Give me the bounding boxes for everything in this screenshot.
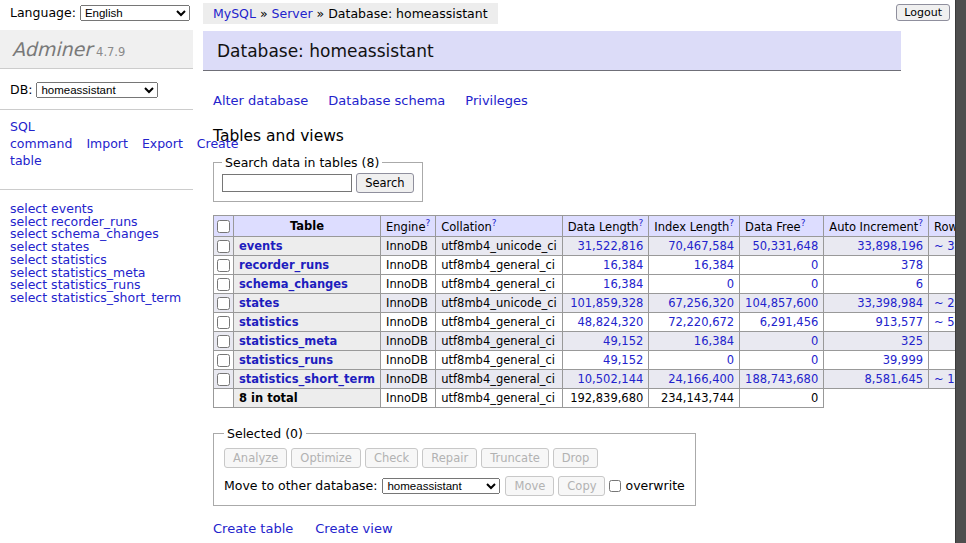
index-length-cell-link[interactable]: 72,220,672 <box>654 315 734 329</box>
auto-increment-cell-link[interactable]: 33,398,984 <box>829 296 923 310</box>
index-length-cell-link[interactable]: 0 <box>654 353 734 367</box>
language-select[interactable]: English <box>80 5 190 21</box>
data-length-cell: 101,859,328 <box>562 293 649 312</box>
breadcrumb-mysql-link[interactable]: MySQL <box>213 6 256 21</box>
table-name-link[interactable]: statistics_meta <box>239 334 337 348</box>
column-help-link[interactable]: ? <box>639 218 644 228</box>
auto-increment-cell-link[interactable]: 6 <box>829 277 923 291</box>
table-row: schema_changesInnoDButf8mb4_general_ci16… <box>214 274 966 293</box>
column-header-index-length: Index Length? <box>649 216 740 237</box>
index-length-cell: 0 <box>649 350 740 369</box>
data-free-cell-link[interactable]: 0 <box>745 334 818 348</box>
table-name-link[interactable]: recorder_runs <box>239 258 329 272</box>
data-free-cell-link[interactable]: 6,291,456 <box>745 315 818 329</box>
table-name-link[interactable]: statistics <box>239 315 299 329</box>
sidebar-table-link[interactable]: select statistics_short_term <box>10 291 193 304</box>
auto-increment-cell: 325 <box>824 331 929 350</box>
column-help-link[interactable]: ? <box>492 218 497 228</box>
tables-list: TableEngine?Collation?Data Length?Index … <box>213 215 966 408</box>
database-action-link[interactable]: Database schema <box>328 93 445 108</box>
tables-and-views-heading: Tables and views <box>213 127 966 145</box>
selected-action-button[interactable]: Analyze <box>224 448 287 468</box>
copy-button[interactable]: Copy <box>558 476 605 496</box>
row-checkbox[interactable] <box>217 240 230 253</box>
table-name-link[interactable]: events <box>239 239 283 253</box>
auto-increment-cell-link[interactable]: 913,577 <box>829 315 923 329</box>
selected-action-button[interactable]: Repair <box>422 448 477 468</box>
data-length-cell-link[interactable]: 49,152 <box>568 334 644 348</box>
auto-increment-cell-link[interactable]: 33,898,196 <box>829 239 923 253</box>
search-button[interactable]: Search <box>356 173 414 193</box>
data-free-cell: 0 <box>740 255 824 274</box>
row-checkbox[interactable] <box>217 278 230 291</box>
row-checkbox[interactable] <box>217 373 230 386</box>
index-length-cell-link[interactable]: 0 <box>654 277 734 291</box>
data-length-cell-link[interactable]: 16,384 <box>568 277 644 291</box>
data-free-cell-link[interactable]: 0 <box>745 258 818 272</box>
data-free-cell-link[interactable]: 50,331,648 <box>745 239 818 253</box>
create-link[interactable]: Create view <box>315 521 392 536</box>
index-length-cell-link[interactable]: 16,384 <box>654 258 734 272</box>
index-length-cell-link[interactable]: 16,384 <box>654 334 734 348</box>
index-length-cell-link[interactable]: 67,256,320 <box>654 296 734 310</box>
create-link[interactable]: Create table <box>213 521 293 536</box>
vertical-scrollbar[interactable] <box>955 0 966 543</box>
breadcrumb-server-link[interactable]: Server <box>272 6 313 21</box>
db-label: DB: <box>10 82 32 97</box>
sidebar: Language:English Adminer4.7.9 DB:homeass… <box>0 0 193 304</box>
selected-action-button[interactable]: Check <box>365 448 418 468</box>
row-checkbox[interactable] <box>217 335 230 348</box>
auto-increment-cell-link[interactable]: 39,999 <box>829 353 923 367</box>
data-length-cell-link[interactable]: 31,522,816 <box>568 239 644 253</box>
data-free-cell: 50,331,648 <box>740 236 824 255</box>
table-name-link[interactable]: statistics_runs <box>239 353 333 367</box>
collation-cell: utf8mb4_general_ci <box>436 369 563 388</box>
sidebar-menu-link[interactable]: Export <box>142 136 183 151</box>
column-help-link[interactable]: ? <box>425 218 430 228</box>
data-free-cell-link[interactable]: 104,857,600 <box>745 296 818 310</box>
row-checkbox[interactable] <box>217 316 230 329</box>
move-db-select[interactable]: homeassistant <box>382 478 500 494</box>
table-row: statisticsInnoDButf8mb4_general_ci48,824… <box>214 312 966 331</box>
create-links: Create tableCreate view <box>213 521 966 536</box>
auto-increment-cell-link[interactable]: 325 <box>829 334 923 348</box>
row-checkbox[interactable] <box>217 259 230 272</box>
data-free-cell-link[interactable]: 0 <box>745 277 818 291</box>
data-length-cell-link[interactable]: 101,859,328 <box>568 296 644 310</box>
total-name-cell: 8 in total <box>234 388 381 407</box>
row-checkbox[interactable] <box>217 297 230 310</box>
row-checkbox[interactable] <box>217 354 230 367</box>
sidebar-menu-link[interactable]: SQL command <box>10 119 72 151</box>
auto-increment-cell-link[interactable]: 8,581,645 <box>829 372 923 386</box>
breadcrumb: MySQL»Server»Database: homeassistant <box>203 3 498 24</box>
index-length-cell-link[interactable]: 70,467,584 <box>654 239 734 253</box>
move-button[interactable]: Move <box>505 476 554 496</box>
data-length-cell-link[interactable]: 49,152 <box>568 353 644 367</box>
column-help-link[interactable]: ? <box>729 218 734 228</box>
auto-increment-cell-link[interactable]: 378 <box>829 258 923 272</box>
sidebar-menu-link[interactable]: Import <box>86 136 128 151</box>
table-name-link[interactable]: statistics_short_term <box>239 372 375 386</box>
column-header-data-length: Data Length? <box>562 216 649 237</box>
search-input[interactable] <box>222 174 352 192</box>
selected-action-button[interactable]: Drop <box>553 448 599 468</box>
table-name-link[interactable]: schema_changes <box>239 277 348 291</box>
data-length-cell-link[interactable]: 48,824,320 <box>568 315 644 329</box>
data-length-cell-link[interactable]: 10,502,144 <box>568 372 644 386</box>
index-length-cell-link[interactable]: 24,166,400 <box>654 372 734 386</box>
data-free-cell-link[interactable]: 0 <box>745 353 818 367</box>
selected-action-button[interactable]: Optimize <box>291 448 361 468</box>
data-free-cell-link[interactable]: 188,743,680 <box>745 372 818 386</box>
db-select[interactable]: homeassistant <box>36 82 158 98</box>
overwrite-checkbox[interactable] <box>609 480 621 492</box>
logout-button[interactable]: Logout <box>896 4 950 21</box>
selected-action-button[interactable]: Truncate <box>481 448 549 468</box>
database-action-link[interactable]: Alter database <box>213 93 308 108</box>
data-length-cell-link[interactable]: 16,384 <box>568 258 644 272</box>
column-help-link[interactable]: ? <box>801 218 806 228</box>
column-help-link[interactable]: ? <box>918 218 923 228</box>
database-action-link[interactable]: Privileges <box>465 93 528 108</box>
select-all-checkbox[interactable] <box>217 220 230 233</box>
engine-cell: InnoDB <box>381 369 436 388</box>
table-name-link[interactable]: states <box>239 296 279 310</box>
